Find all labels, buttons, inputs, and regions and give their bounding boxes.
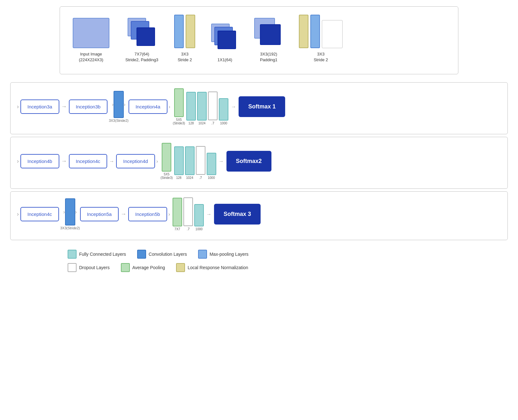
row3: › Inception4c › › 3X3(Stride2) Inception… xyxy=(10,191,508,240)
last-yellow-block xyxy=(299,15,308,48)
softmax3-btn[interactable]: Softmax 3 xyxy=(214,204,261,225)
row3-conv-block xyxy=(65,198,75,225)
row3-arrow-conv2: › xyxy=(75,209,77,215)
row3-conv-label: 3X3(Stride2) xyxy=(60,226,80,230)
row1-avgpool-block xyxy=(174,88,184,117)
conv-7x7-item: 7X7(64) Stride2, Padding3 xyxy=(125,18,158,63)
legend-conv-item: Convolution Layers xyxy=(137,250,187,259)
row2-avgpool-block xyxy=(162,143,171,172)
inception4e-box: Inception4c xyxy=(20,207,59,221)
row2-arrow1: → xyxy=(61,158,67,165)
row1-arrow4: › xyxy=(169,104,170,110)
row2-arrow-in: › xyxy=(17,158,19,165)
inception5b-box: Inception5b xyxy=(128,207,167,221)
row2-avgpool-label: 5X5(Stride3) xyxy=(160,173,173,180)
row1: › Inception3a → Inception3b › › 3X3(Stri… xyxy=(10,82,508,134)
conv-7x7-front xyxy=(137,27,155,46)
legend-fc-item: Fully Connected Layers xyxy=(68,250,126,259)
main-container: Input Image (224X224X3) 7X7(64) Stride2,… xyxy=(0,0,518,278)
row1-arrow3: › xyxy=(124,102,125,107)
legend-maxpool-label: Max-pooling Layers xyxy=(210,252,248,257)
legend-fc-label: Fully Connected Layers xyxy=(79,252,126,257)
row3-arrow2: › xyxy=(168,211,170,217)
maxpool-blue-block xyxy=(174,15,184,48)
inception3a-box: Inception3a xyxy=(20,99,59,114)
input-image-label: Input Image (224X224X3) xyxy=(79,51,103,63)
last-blue-block xyxy=(310,15,320,48)
row1-arrow-in: › xyxy=(17,103,19,110)
last-3x3-label: 3X3 Stride 2 xyxy=(314,51,328,63)
row1-arrow-softmax: → xyxy=(231,104,236,110)
legend-fc-box xyxy=(68,250,77,259)
legend-avgpool-label: Average Pooling xyxy=(132,265,165,270)
row2-fc128-block xyxy=(174,146,184,175)
conv-1x1-item: 1X1(64) xyxy=(211,24,238,63)
inception5a-box: Inception5a xyxy=(80,207,119,221)
maxpool-3x3-label: 3X3 Stride 2 xyxy=(178,51,192,63)
row2-fc128-col: 128 xyxy=(174,146,184,180)
row3-right-blocks: 7X7 .7 1000 xyxy=(173,197,204,231)
row1-conv-group: › › 3X3(Stride2) xyxy=(109,91,129,122)
row2: › Inception4b → Inception4c → Inception4… xyxy=(10,137,508,189)
row2-fc1000-block xyxy=(207,153,216,175)
conv-1x1-front xyxy=(218,31,236,49)
row2-fc1000-label: 1000 xyxy=(208,176,215,180)
row3-avgpool-block xyxy=(173,198,182,226)
row1-fc128-col: 128 xyxy=(186,92,196,125)
legend-lrn-box xyxy=(176,263,185,272)
row1-dropout-col: .7 xyxy=(208,92,218,125)
conv-3x3-192-label: 3X3(192) Padding1 xyxy=(260,51,278,63)
conv-1x1-label: 1X1(64) xyxy=(218,57,232,63)
legend-lrn-label: Local Response Normalization xyxy=(188,265,248,270)
row2-fc1024-label: 1024 xyxy=(186,176,193,180)
conv-3x3-192-front xyxy=(260,24,281,45)
conv-1x1-blocks xyxy=(211,24,238,54)
maxpool-3x3-item: 3X3 Stride 2 xyxy=(174,15,195,63)
legend-maxpool-item: Max-pooling Layers xyxy=(198,250,248,259)
top-section: Input Image (224X224X3) 7X7(64) Stride2,… xyxy=(60,6,458,74)
row3-fc1000-label: 1000 xyxy=(196,227,203,231)
row2-dropout-col: .7 xyxy=(196,146,205,180)
row1-avgpool-col: 5X5(Stride3) xyxy=(173,88,185,125)
conv-3x3-192-blocks xyxy=(254,18,283,48)
inception4b-box: Inception4b xyxy=(20,154,59,168)
row2-arrow2: → xyxy=(109,158,114,164)
row2-arrow3: › xyxy=(156,158,158,164)
row3-avgpool-col: 7X7 xyxy=(173,198,182,231)
inception3b-box: Inception3b xyxy=(69,99,108,114)
row1-conv-block xyxy=(114,91,124,118)
row1-avgpool-label: 5X5(Stride3) xyxy=(173,118,185,125)
row2-arrow-softmax: → xyxy=(219,158,224,164)
row2-fc1000-col: 1000 xyxy=(207,153,216,180)
softmax1-btn[interactable]: Softmax 1 xyxy=(239,96,285,117)
last-white-block xyxy=(322,20,343,48)
row1-fc1000-label: 1000 xyxy=(220,122,227,125)
inception4d-box: Inception4d xyxy=(116,154,155,168)
conv-7x7-label: 7X7(64) Stride2, Padding3 xyxy=(125,51,158,63)
row1-dropout-block xyxy=(208,92,218,120)
softmax2-btn[interactable]: Softmax2 xyxy=(226,151,271,172)
inception4c-box: Inception4c xyxy=(69,154,107,168)
row1-conv-label: 3X3(Stride2) xyxy=(109,119,129,122)
legend-dropout-label: Dropout Layers xyxy=(79,265,110,270)
legend-lrn-item: Local Response Normalization xyxy=(176,263,248,272)
row3-avgpool-label: 7X7 xyxy=(174,227,180,231)
row3-arrow-softmax: → xyxy=(206,211,211,217)
row3-arrow1: → xyxy=(121,211,126,217)
row2-fc1024-col: 1024 xyxy=(185,146,195,180)
legend-avgpool-box xyxy=(121,263,130,272)
row1-fc128-label: 128 xyxy=(189,122,194,125)
row2-dropout-block xyxy=(196,146,205,175)
row3-dropout-block xyxy=(183,197,193,226)
row3-conv-group: › › 3X3(Stride2) xyxy=(60,198,80,230)
inception4a-box: Inception4a xyxy=(129,99,167,114)
legend-conv-label: Convolution Layers xyxy=(149,252,187,257)
row2-dropout-label: .7 xyxy=(199,176,202,180)
row2-avgpool-col: 5X5(Stride3) xyxy=(160,143,173,180)
legend-row2: Dropout Layers Average Pooling Local Res… xyxy=(68,263,450,272)
rows-container: › Inception3a → Inception3b › › 3X3(Stri… xyxy=(10,82,508,240)
legend-dropout-box xyxy=(68,263,77,272)
legend-avgpool-item: Average Pooling xyxy=(121,263,165,272)
row1-fc1024-col: 1024 xyxy=(197,92,207,125)
legend-row1: Fully Connected Layers Convolution Layer… xyxy=(68,250,450,259)
